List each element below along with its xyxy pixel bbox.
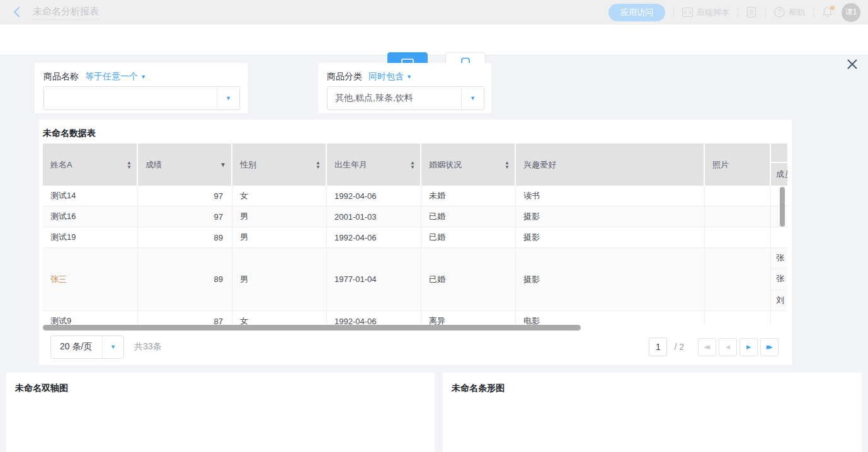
cell-member [771,206,787,227]
table-header-row: 姓名A ▲ ▼ 成绩 ▼ 性别 ▲ ▼ 出生年月 ▲ [43,144,787,186]
app-access-button[interactable]: 应用访问 [608,4,665,21]
page-title[interactable]: 未命名分析报表 [33,6,99,20]
preview-toolbar [0,25,868,55]
subcell-member: 张 [771,269,787,290]
caret-down-icon: ▼ [470,96,476,101]
pager-controls: / 2 ◀◀ ◀ ▶ ▶▶ [649,337,779,356]
product-name-select[interactable]: ▼ [43,86,240,110]
column-label: 照片 [712,159,729,171]
vertical-scrollbar[interactable] [780,187,785,227]
sort-desc-icon: ▼ [410,165,415,169]
cell-birth: 1977-01-04 [327,248,421,310]
cell-birth: 1992-04-06 [327,227,421,247]
table-row[interactable]: 测试9 87 女 1992-04-06 离异 电影 [43,311,787,325]
table-row[interactable]: 测试16 97 男 2001-01-03 已婚 摄影 [43,206,787,227]
cell-marital: 离异 [421,311,516,325]
last-page-button[interactable]: ▶▶ [760,338,779,356]
sort-desc-icon[interactable]: ▼ [220,161,226,168]
select-caret[interactable]: ▼ [217,87,239,110]
table-row[interactable]: 测试19 89 男 1992-04-06 已婚 摄影 [43,227,787,248]
avatar[interactable]: 谭1 [842,3,860,22]
bar-chart-card: 未命名条形图 [443,373,862,452]
cell-photo [705,311,771,325]
column-label: 姓名A [50,159,72,171]
sort-icon[interactable]: ▲ ▼ [127,161,132,169]
cell-score: 87 [138,311,232,325]
cell-name: 测试14 [43,186,138,206]
cell-marital: 已婚 [421,248,516,310]
divider [673,8,674,17]
select-caret[interactable]: ▼ [102,336,123,358]
column-header-photo[interactable]: 照片 [705,144,771,186]
back-button[interactable] [11,6,23,18]
next-page-button[interactable]: ▶ [740,338,758,356]
cell-member: 张 张 刘 [771,248,787,310]
prev-page-button[interactable]: ◀ [719,338,737,356]
page-number-input[interactable] [649,337,667,356]
sort-desc-icon: ▼ [127,165,132,169]
column-header-score[interactable]: 成绩 ▼ [138,144,232,186]
filter-operator-dropdown[interactable]: 同时包含 ▼ [368,71,412,82]
cell-hobby: 摄影 [516,248,705,310]
cell-name: 测试9 [43,311,138,325]
table-row[interactable]: 测试14 97 女 1992-04-06 未婚 读书 [43,186,787,206]
cell-hobby: 摄影 [516,227,705,247]
filter-header: 商品分类 同时包含 ▼ [327,71,412,82]
cell-hobby: 读书 [516,186,705,206]
column-label: 出生年月 [334,159,367,171]
cell-photo [705,227,771,247]
cell-marital: 已婚 [421,206,516,227]
column-header-member[interactable]: 成员 [771,163,787,186]
divider [738,8,738,17]
filter-operator-label: 同时包含 [368,71,404,82]
column-header-birth[interactable]: 出生年月 ▲ ▼ [327,144,421,186]
backend-script-button[interactable]: 后端脚本 [682,7,729,18]
column-header-gender[interactable]: 性别 ▲ ▼ [232,144,327,186]
cell-marital: 已婚 [421,227,516,247]
sort-icon[interactable]: ▲ ▼ [505,161,510,169]
page-size-select[interactable]: 20 条/页 ▼ [50,336,124,359]
close-icon [845,57,859,71]
pagination-bar: 20 条/页 ▼ 共33条 / 2 ◀◀ ◀ ▶ ▶▶ [43,334,787,359]
column-label: 兴趣爱好 [523,159,556,171]
cell-photo [705,248,771,310]
column-header-name[interactable]: 姓名A ▲ ▼ [43,144,138,186]
column-label: 性别 [240,159,256,171]
product-category-select[interactable]: 其他,糕点,辣条,饮料 ▼ [327,86,484,110]
sort-icon[interactable]: ▲ ▼ [316,161,321,169]
close-button[interactable] [845,57,859,71]
help-button[interactable]: ? 帮助 [774,7,805,18]
row-link[interactable]: 张三 [50,274,67,285]
sort-icon[interactable]: ▲ ▼ [410,161,415,169]
filter-operator-dropdown[interactable]: 等于任意一个 ▼ [85,71,146,82]
select-caret[interactable]: ▼ [461,87,484,110]
cell-hobby: 电影 [516,311,705,325]
cell-score: 89 [138,248,232,310]
horizontal-scrollbar[interactable] [43,325,581,331]
contacts-button[interactable] [746,7,757,18]
caret-down-icon: ▼ [140,74,146,80]
next-page-icon: ▶ [746,344,751,350]
filter-card-product-name: 商品名称 等于任意一个 ▼ ▼ [35,63,248,113]
column-label: 婚姻状况 [429,159,462,171]
backend-script-label: 后端脚本 [697,7,729,18]
column-label: 成绩 [146,159,162,171]
notifications-button[interactable] [822,6,833,19]
table-row[interactable]: 张三 89 男 1977-01-04 已婚 摄影 张 张 刘 [43,248,787,311]
caret-down-icon: ▼ [226,96,231,101]
first-page-button[interactable]: ◀◀ [698,338,716,356]
column-header-member-group: 成员 [771,144,787,186]
cell-gender: 女 [232,186,327,206]
svg-text:?: ? [778,9,782,16]
column-header-hobby[interactable]: 兴趣爱好 [516,144,705,186]
cell-photo [705,206,771,227]
column-header-marital[interactable]: 婚姻状况 ▲ ▼ [421,144,516,186]
filter-card-product-category: 商品分类 同时包含 ▼ 其他,糕点,辣条,饮料 ▼ [318,63,491,113]
cell-marital: 未婚 [421,186,516,206]
cell-gender: 男 [232,227,327,247]
filter-label: 商品名称 [43,71,79,82]
chart-title: 未命名双轴图 [15,383,68,394]
cell-birth: 1992-04-06 [327,186,421,206]
cell-photo [705,186,771,206]
filter-label: 商品分类 [327,71,362,82]
